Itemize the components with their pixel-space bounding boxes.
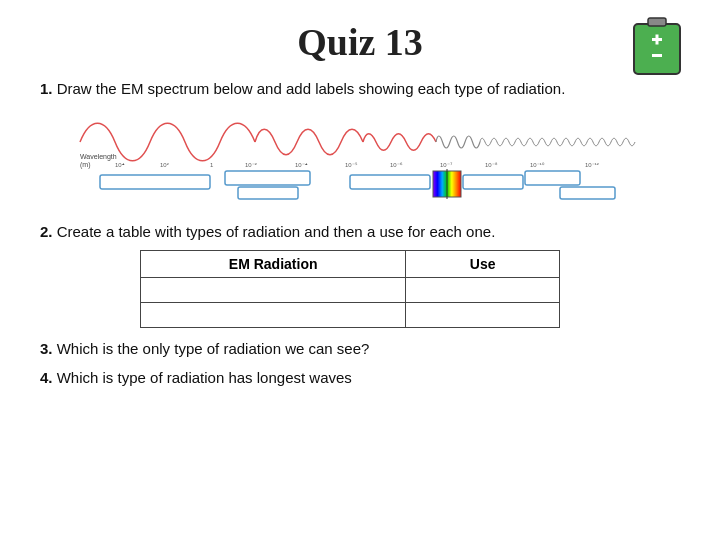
q1-number: 1. [40, 80, 53, 97]
table-cell-use-1 [406, 278, 560, 303]
svg-rect-26 [560, 187, 615, 199]
q3-text: Which is the only type of radiation we c… [57, 340, 370, 357]
q1-text: Draw the EM spectrum below and add label… [57, 80, 566, 97]
svg-rect-1 [648, 18, 666, 26]
svg-rect-4 [652, 54, 662, 57]
svg-text:10⁻¹²: 10⁻¹² [585, 162, 599, 168]
svg-text:10²: 10² [160, 162, 169, 168]
svg-text:10⁻⁵: 10⁻⁵ [345, 162, 358, 168]
table-row [141, 278, 560, 303]
q2-number: 2. [40, 223, 53, 240]
svg-text:10⁻²: 10⁻² [245, 162, 257, 168]
svg-text:1: 1 [210, 162, 214, 168]
table-cell-use-2 [406, 303, 560, 328]
svg-rect-0 [634, 24, 680, 74]
table-row [141, 303, 560, 328]
q4-number: 4. [40, 369, 53, 386]
table-header-row: EM Radiation Use [141, 251, 560, 278]
page-title: Quiz 13 [297, 21, 423, 63]
svg-rect-18 [100, 175, 210, 189]
q4-text: Which is type of radiation has longest w… [57, 369, 352, 386]
svg-rect-19 [225, 171, 310, 185]
svg-text:10⁻¹⁰: 10⁻¹⁰ [530, 162, 545, 168]
svg-text:10⁻⁴: 10⁻⁴ [295, 162, 308, 168]
page: Quiz 13 1. Draw the EM spectrum below an… [0, 0, 720, 540]
svg-rect-25 [525, 171, 580, 185]
svg-rect-23 [350, 175, 430, 189]
radiation-table: EM Radiation Use [140, 250, 560, 328]
svg-text:(m): (m) [80, 161, 91, 169]
q2-text: Create a table with types of radiation a… [57, 223, 496, 240]
spectrum-diagram: Wavelength (m) 10⁴ 10² 1 10⁻² 10⁻⁴ 10⁻⁵ … [40, 107, 680, 207]
spectrum-svg: Wavelength (m) 10⁴ 10² 1 10⁻² 10⁻⁴ 10⁻⁵ … [70, 107, 650, 207]
q3-number: 3. [40, 340, 53, 357]
question-2: 2. Create a table with types of radiatio… [40, 221, 680, 242]
svg-text:10⁻⁷: 10⁻⁷ [440, 162, 453, 168]
question-3: 3. Which is the only type of radiation w… [40, 338, 680, 359]
table-container: EM Radiation Use [140, 250, 680, 328]
svg-text:10⁻⁶: 10⁻⁶ [390, 162, 403, 168]
battery-icon [630, 16, 684, 76]
question-4: 4. Which is type of radiation has longes… [40, 367, 680, 388]
question-1: 1. Draw the EM spectrum below and add la… [40, 78, 680, 99]
svg-rect-3 [656, 35, 659, 45]
col1-header: EM Radiation [141, 251, 406, 278]
col2-header: Use [406, 251, 560, 278]
svg-rect-24 [463, 175, 523, 189]
svg-text:Wavelength: Wavelength [80, 153, 117, 161]
svg-rect-20 [238, 187, 298, 199]
table-cell-em-2 [141, 303, 406, 328]
title-area: Quiz 13 [40, 20, 680, 64]
table-cell-em-1 [141, 278, 406, 303]
svg-text:10⁻⁸: 10⁻⁸ [485, 162, 498, 168]
svg-text:10⁴: 10⁴ [115, 162, 125, 168]
